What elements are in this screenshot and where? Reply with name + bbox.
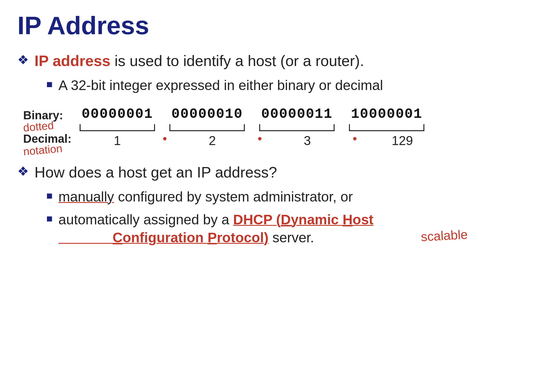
bracket-2 — [162, 123, 252, 132]
bracket-shape-4 — [349, 124, 424, 131]
square-bullet-icon-2a: ■ — [46, 190, 53, 202]
decimal-group-3: 3 — [262, 132, 352, 148]
decimal-label-col: Decimal: notation — [23, 132, 72, 145]
handwritten-scalable: scalable — [420, 226, 468, 245]
sub-2a-rest: configured by system administrator, or — [114, 189, 353, 204]
binary-val-2: 00000010 — [171, 106, 243, 122]
page-title: IP Address — [17, 12, 520, 40]
octet-2: 00000010 — [162, 106, 252, 122]
section-2: ❖ How does a host get an IP address? ■ m… — [17, 163, 520, 247]
square-bullet-icon: ■ — [46, 78, 53, 90]
sub-bullet-1: ■ A 32-bit integer expressed in either b… — [46, 76, 520, 94]
sub-bullet-1-text: A 32-bit integer expressed in either bin… — [59, 76, 383, 94]
octet-1: 00000001 — [72, 106, 162, 122]
dot-3: • — [353, 132, 357, 148]
decimal-row: Decimal: notation 1 • 2 • 3 • 129 — [23, 132, 520, 148]
binary-val-3: 00000011 — [261, 106, 333, 122]
decimal-group-2: 2 — [167, 132, 257, 148]
handwritten-notation: notation — [23, 143, 63, 157]
bracket-4 — [342, 123, 432, 132]
sub-bullet-2a: ■ manually configured by system administ… — [46, 188, 520, 206]
dot-2: • — [258, 132, 262, 148]
octet-3: 00000011 — [252, 106, 342, 122]
decimal-val-2: 2 — [209, 133, 216, 148]
octet-4: 10000001 — [342, 106, 432, 122]
binary-val-4: 10000001 — [351, 106, 422, 122]
bracket-1 — [72, 123, 162, 132]
diamond-icon-2: ❖ — [17, 164, 29, 179]
bullet-2: ❖ How does a host get an IP address? — [17, 163, 520, 182]
binary-decimal-section: Binary: dotted 00000001 00000010 0000001… — [23, 106, 520, 148]
sub-2b-end: server. — [268, 230, 314, 245]
decimal-group-4: 129 — [357, 132, 447, 148]
sub-bullet-2b-text: automatically assigned by a DHCP (Dynami… — [59, 211, 374, 247]
binary-row: Binary: dotted 00000001 00000010 0000001… — [23, 106, 520, 122]
binary-label: Binary: — [23, 109, 63, 122]
dot-1: • — [163, 132, 167, 148]
brackets-row — [23, 123, 520, 132]
sub-2b-start: automatically assigned by a — [59, 212, 233, 227]
square-bullet-icon-2b: ■ — [46, 213, 53, 225]
bullet-1: ❖ IP address is used to identify a host … — [17, 51, 520, 71]
bracket-shape-2 — [169, 124, 245, 131]
binary-val-1: 00000001 — [82, 106, 153, 122]
ip-address-highlight: IP address — [34, 52, 110, 69]
handwritten-dotted: dotted — [23, 120, 54, 133]
bullet-2-text: How does a host get an IP address? — [34, 163, 277, 182]
binary-label-col: Binary: dotted — [23, 109, 72, 122]
diamond-icon: ❖ — [17, 52, 29, 67]
decimal-val-4: 129 — [392, 133, 413, 148]
bracket-3 — [252, 123, 342, 132]
decimal-val-3: 3 — [304, 133, 311, 148]
bullet-1-rest: is used to identify a host (or a router)… — [110, 52, 364, 69]
decimal-val-1: 1 — [114, 133, 121, 148]
sub-bullet-2b: ■ automatically assigned by a DHCP (Dyna… — [46, 211, 520, 247]
decimal-group-1: 1 — [72, 132, 162, 148]
decimal-label: Decimal: — [23, 132, 72, 145]
bullet-1-text: IP address is used to identify a host (o… — [34, 51, 364, 71]
sub-bullet-2a-text: manually configured by system administra… — [59, 188, 353, 206]
bracket-shape-1 — [80, 124, 155, 131]
bracket-shape-3 — [259, 124, 335, 131]
manually-underlined: manually — [59, 189, 114, 204]
